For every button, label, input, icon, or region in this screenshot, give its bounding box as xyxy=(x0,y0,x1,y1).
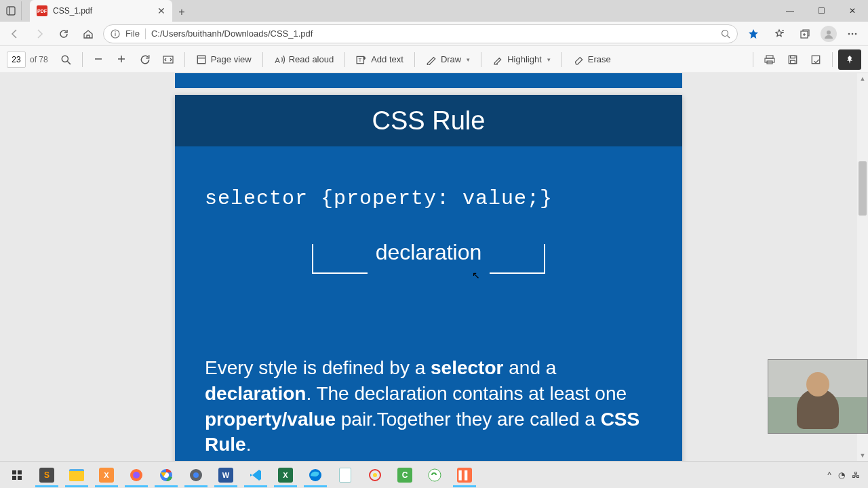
zoom-indicator-icon[interactable] xyxy=(721,29,730,39)
svg-point-15 xyxy=(855,33,857,35)
previous-slide-edge xyxy=(175,73,682,88)
svg-point-45 xyxy=(193,472,199,478)
tray-chevron-icon[interactable]: ^ xyxy=(827,470,831,480)
tab-title: CSS_1.pdf xyxy=(53,6,152,16)
taskbar-vscode[interactable] xyxy=(241,463,270,487)
print-button[interactable] xyxy=(759,49,781,70)
tab-actions-button[interactable] xyxy=(0,1,22,20)
favorite-button[interactable] xyxy=(743,24,764,43)
svg-point-13 xyxy=(848,33,850,35)
pdf-viewport[interactable]: CSS Rule selector {property: value;} dec… xyxy=(0,73,868,461)
page-number-input[interactable] xyxy=(7,52,26,68)
pdf-icon: PDF xyxy=(37,5,47,16)
svg-rect-39 xyxy=(18,476,22,480)
taskbar-sublime[interactable]: S xyxy=(33,463,61,487)
svg-rect-30 xyxy=(765,58,774,62)
taskbar-snagit[interactable] xyxy=(361,463,389,487)
draw-button[interactable]: Draw▾ xyxy=(420,49,475,70)
address-bar: File C:/Users/buithanh/Downloads/CSS_1.p… xyxy=(0,22,868,46)
svg-text:T: T xyxy=(359,57,362,63)
close-window-button[interactable]: ✕ xyxy=(837,0,868,22)
taskbar-camtasia[interactable]: C xyxy=(391,463,419,487)
pdf-toolbar: of 78 Page view A Read aloud T Add text … xyxy=(0,46,868,73)
find-button[interactable] xyxy=(55,49,77,70)
svg-line-6 xyxy=(728,35,730,38)
close-tab-icon[interactable]: ✕ xyxy=(157,5,165,16)
save-button[interactable] xyxy=(782,49,804,70)
windows-taskbar: S X W X C ▌▌ ^ ◔ 🖧 xyxy=(0,461,868,488)
taskbar-coccoc[interactable] xyxy=(420,463,449,487)
pin-toolbar-button[interactable] xyxy=(838,49,861,70)
scrollbar-thumb[interactable] xyxy=(859,161,867,216)
erase-button[interactable]: Erase xyxy=(568,49,616,70)
network-icon[interactable]: 🖧 xyxy=(852,470,860,480)
info-icon xyxy=(111,29,120,39)
maximize-button[interactable]: ☐ xyxy=(806,0,837,22)
svg-rect-36 xyxy=(12,470,16,474)
svg-point-14 xyxy=(852,33,854,35)
scroll-down-icon[interactable]: ▼ xyxy=(857,450,868,461)
svg-point-12 xyxy=(827,30,831,35)
home-button[interactable] xyxy=(79,24,98,43)
add-text-button[interactable]: T Add text xyxy=(351,49,409,70)
svg-point-48 xyxy=(373,473,377,477)
svg-point-49 xyxy=(429,469,441,481)
taskbar-notepad[interactable] xyxy=(331,463,359,487)
code-example: selector {property: value;} xyxy=(205,187,652,210)
taskbar-chrome[interactable] xyxy=(152,463,180,487)
collections-button[interactable] xyxy=(795,24,815,43)
minimize-button[interactable]: — xyxy=(774,0,806,22)
taskbar-recorder[interactable]: ▌▌ xyxy=(450,463,479,487)
taskbar-excel[interactable]: X xyxy=(271,463,300,487)
forward-button[interactable] xyxy=(30,24,49,43)
page-view-button[interactable]: Page view xyxy=(191,49,257,70)
webcam-overlay xyxy=(768,359,868,434)
zoom-out-button[interactable] xyxy=(88,49,110,70)
profile-button[interactable] xyxy=(821,26,837,42)
more-button[interactable] xyxy=(842,24,863,43)
taskbar-edge[interactable] xyxy=(301,463,330,487)
slide-description: Every style is defined by a selector and… xyxy=(205,355,652,458)
system-tray[interactable]: ^ ◔ 🖧 xyxy=(827,470,865,480)
highlight-button[interactable]: Highlight▾ xyxy=(487,49,556,70)
svg-rect-38 xyxy=(12,476,16,480)
taskbar-firefox[interactable] xyxy=(122,463,151,487)
zoom-in-button[interactable] xyxy=(111,49,133,70)
favorites-bar-button[interactable] xyxy=(769,24,789,43)
taskbar-chrome-beta[interactable] xyxy=(182,463,210,487)
declaration-bracket: declaration xyxy=(205,244,652,274)
scroll-up-icon[interactable]: ▲ xyxy=(857,73,868,84)
file-label: File xyxy=(125,28,140,39)
taskbar-word[interactable]: W xyxy=(212,463,240,487)
svg-line-17 xyxy=(67,61,71,64)
slide-css-rule: CSS Rule selector {property: value;} dec… xyxy=(175,95,682,461)
fit-page-button[interactable] xyxy=(157,49,179,70)
rotate-button[interactable] xyxy=(134,49,156,70)
svg-point-5 xyxy=(722,30,728,36)
wifi-icon[interactable]: ◔ xyxy=(838,470,845,480)
back-button[interactable] xyxy=(5,24,24,43)
svg-point-3 xyxy=(115,31,116,33)
refresh-button[interactable] xyxy=(54,24,73,43)
svg-point-16 xyxy=(62,56,68,62)
slide-title: CSS Rule xyxy=(372,106,486,136)
svg-rect-37 xyxy=(18,470,22,474)
url-text: C:/Users/buithanh/Downloads/CSS_1.pdf xyxy=(151,28,715,39)
svg-rect-33 xyxy=(791,56,795,58)
svg-rect-29 xyxy=(766,56,773,58)
svg-text:A: A xyxy=(275,56,280,64)
svg-rect-0 xyxy=(7,7,15,15)
read-aloud-button[interactable]: A Read aloud xyxy=(269,49,340,70)
taskbar-explorer[interactable] xyxy=(62,463,91,487)
new-tab-button[interactable]: + xyxy=(172,3,191,22)
start-button[interactable] xyxy=(3,463,31,487)
tab-css-1-pdf[interactable]: PDF CSS_1.pdf ✕ xyxy=(30,0,172,22)
svg-point-41 xyxy=(133,472,140,479)
declaration-label: declaration xyxy=(368,240,490,265)
titlebar: PDF CSS_1.pdf ✕ + — ☐ ✕ xyxy=(0,0,868,22)
svg-rect-22 xyxy=(197,56,205,63)
taskbar-xampp[interactable]: X xyxy=(92,463,121,487)
save-as-button[interactable] xyxy=(805,49,827,70)
url-field[interactable]: File C:/Users/buithanh/Downloads/CSS_1.p… xyxy=(103,24,738,43)
page-total: of 78 xyxy=(30,55,48,64)
